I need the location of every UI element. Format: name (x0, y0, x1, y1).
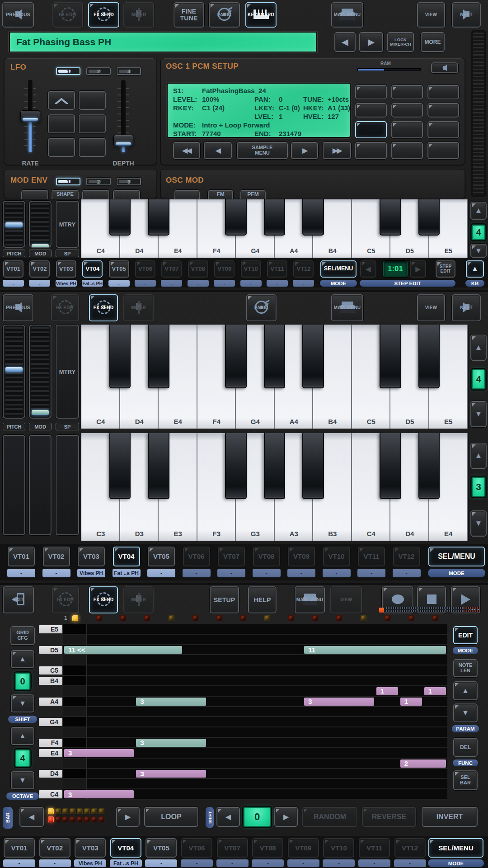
toolbar-button-panic[interactable]: PANIC (208, 2, 240, 28)
grid-cell[interactable] (63, 759, 87, 768)
bar-select-pad-bottom-5[interactable] (77, 816, 83, 822)
grid-cell[interactable] (63, 717, 87, 726)
s3-track-vt03[interactable]: VT03 (74, 838, 106, 858)
osc-prev-sample-button[interactable]: ◀ (203, 142, 232, 160)
toolbar-button-main-menu[interactable]: MAIN MENU (331, 2, 364, 28)
osc-root-key-button[interactable] (355, 103, 387, 118)
sel-bar-button[interactable]: SEL BAR (453, 770, 478, 791)
toolbar-button-previous[interactable]: PREVIOUS (2, 294, 34, 322)
grid-cell[interactable] (63, 707, 87, 717)
osc-return-button[interactable] (431, 62, 459, 74)
mod-env-button-4[interactable] (113, 189, 141, 199)
s1-track-vt05[interactable]: VT05 (108, 260, 130, 278)
toolbar-button-next[interactable]: NEXT (451, 294, 481, 322)
grid-cfg-button[interactable]: GRID CFG (10, 626, 35, 646)
s1-sel-menu-button[interactable]: SEL/MENU (320, 260, 357, 278)
s3-track-vt08[interactable]: VT08 (252, 838, 284, 858)
bar-pad-indicator-8[interactable] (240, 615, 246, 621)
bar-select-pad-bottom-7[interactable] (91, 816, 97, 822)
grid-cell[interactable] (63, 635, 87, 644)
s3-track-vt05[interactable]: VT05 (145, 838, 177, 858)
black-key[interactable] (109, 325, 131, 388)
note-7[interactable]: 1 (400, 698, 422, 706)
s3-track-vt07[interactable]: VT07 (216, 838, 249, 858)
note-row-label-c4[interactable]: C4 (39, 790, 62, 798)
lfo-depth-fader-handle[interactable] (113, 135, 133, 146)
s2-track-vt09[interactable]: VT09 (287, 546, 315, 567)
s1-track-vt12[interactable]: VT12 (293, 260, 314, 278)
osc-play-mode-button[interactable] (355, 142, 387, 160)
s2-track-vt07[interactable]: VT07 (217, 546, 245, 567)
bar-pad-indicator-15[interactable] (408, 615, 414, 621)
bar-select-pad-bottom-6[interactable] (84, 816, 90, 822)
lfo-sync-button[interactable] (47, 114, 75, 134)
s3-track-vt11[interactable]: VT11 (358, 838, 390, 858)
s1-octave-display[interactable]: 4 (471, 224, 486, 241)
bar-pad-indicator-2[interactable] (96, 615, 102, 621)
s3-track-vt10[interactable]: VT10 (323, 838, 355, 858)
toolbar-button-view[interactable]: VIEW (417, 2, 446, 28)
note-len-button[interactable]: NOTE LEN (453, 659, 478, 678)
s3-track-vt09[interactable]: VT09 (287, 838, 319, 858)
bar-select-pad-top-8[interactable] (99, 808, 104, 814)
shift-value-display[interactable]: 0 (14, 672, 31, 690)
s3-track-vt04[interactable]: VT04 (110, 838, 142, 858)
s1-track-vt06[interactable]: VT06 (135, 260, 156, 278)
bar-pad-indicator-14[interactable] (385, 615, 390, 621)
lfo-invert-button[interactable] (78, 114, 106, 134)
note-row-label-b4[interactable]: B4 (39, 677, 62, 685)
pitch-wheel[interactable] (3, 201, 25, 248)
osc-smp-button[interactable] (355, 121, 387, 139)
bar-select-pad-top-2[interactable] (55, 808, 61, 814)
osc-forward-button[interactable]: ▶▶ (322, 142, 352, 160)
note-row-label-d4[interactable]: D4 (39, 770, 62, 778)
shift-prev-button[interactable]: ◀ (216, 807, 240, 827)
mtry-button[interactable]: MTRY (56, 201, 79, 248)
s1-track-vt08[interactable]: VT08 (188, 260, 209, 278)
patch-prev-button[interactable]: ◀ (334, 32, 356, 52)
bar-pad-indicator-4[interactable] (144, 615, 150, 621)
black-key[interactable] (225, 433, 246, 499)
s2-track-vt03[interactable]: VT03 (77, 546, 105, 567)
s3-sel-menu-button[interactable]: SEL/MENU (428, 838, 484, 858)
more-button[interactable]: MORE (420, 32, 445, 52)
s2-upper-octave-up-button[interactable]: ▲ (470, 334, 487, 361)
grid-cell[interactable] (63, 686, 87, 696)
bar-select-pad-bottom-1[interactable] (48, 816, 54, 822)
bar-select-pad-top-5[interactable] (77, 808, 83, 814)
toolbar-button-fx-send[interactable]: 3FX SEND (89, 294, 118, 322)
bar-pad-indicator-7[interactable] (216, 615, 222, 621)
random-button[interactable]: RANDOM (302, 807, 358, 827)
s2-track-vt10[interactable]: VT10 (323, 546, 351, 567)
note-9[interactable]: 3 (64, 749, 134, 757)
s1-octave-up-button[interactable]: ▲ (470, 201, 487, 220)
bar-pad-indicator-12[interactable] (336, 615, 342, 621)
black-key[interactable] (380, 199, 401, 236)
black-key[interactable] (225, 199, 246, 236)
s3-track-vt12[interactable]: VT12 (394, 838, 426, 858)
s2-track-vt08[interactable]: VT08 (253, 546, 281, 567)
grid-cell[interactable] (63, 665, 87, 675)
s1-track-vt10[interactable]: VT10 (240, 260, 262, 278)
note-5[interactable]: 3 (136, 698, 206, 706)
grid-cell[interactable] (63, 779, 87, 788)
reverse-button[interactable]: REVERSE (361, 807, 417, 827)
black-key[interactable] (302, 433, 324, 499)
s1-track-vt03[interactable]: VT03 (56, 260, 77, 278)
black-key[interactable] (418, 325, 440, 388)
note-11[interactable]: 3 (136, 770, 206, 778)
note-12[interactable]: 3 (64, 790, 134, 798)
toolbar-button-mixer[interactable]: MIXER (123, 294, 154, 322)
black-key[interactable] (418, 199, 440, 236)
bar-pad-indicator-13[interactable] (361, 615, 366, 621)
note-row-label-c5[interactable]: C5 (39, 666, 62, 675)
s2-upper-octave-down-button[interactable]: ▼ (470, 401, 487, 428)
s2-track-vt02[interactable]: VT02 (42, 546, 70, 567)
toolbar-button-panic[interactable]: PANIC (246, 294, 277, 322)
note-row-label-e5[interactable]: E5 (39, 625, 62, 633)
black-key[interactable] (148, 199, 169, 236)
bar-select-pad-top-6[interactable] (84, 808, 90, 814)
toolbar-button-help[interactable]: HELP (248, 586, 277, 614)
note-row-label-a4[interactable]: A4 (39, 698, 62, 706)
s2-track-vt06[interactable]: VT06 (183, 546, 211, 567)
